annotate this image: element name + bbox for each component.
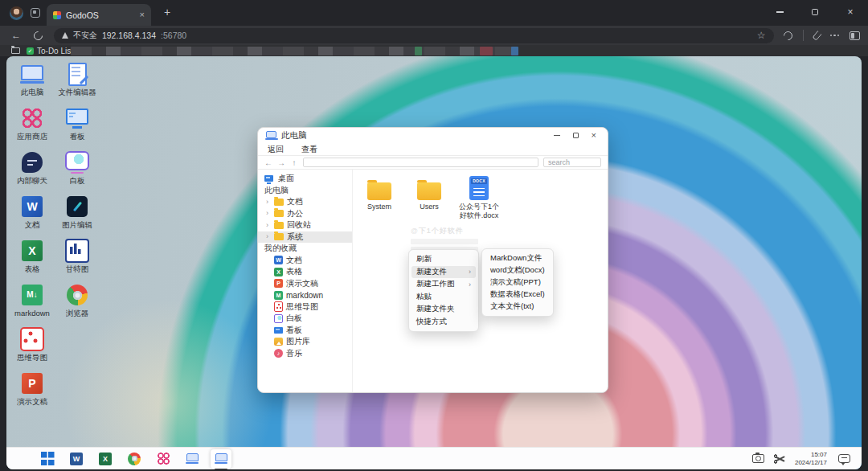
sidebar-item-desktop[interactable]: 桌面 — [258, 173, 352, 185]
sidebar-label: markdown — [286, 291, 323, 300]
explorer-content[interactable]: System Users 公众号下1个好软件.docx — [353, 170, 608, 392]
minimize-button[interactable] — [762, 0, 797, 24]
sidebar-favorite-item[interactable]: 白板 — [258, 313, 352, 325]
desktop-icon[interactable]: 白板 — [55, 149, 100, 193]
app-icon — [63, 150, 91, 174]
sidebar-favorite-item[interactable]: 表格 — [258, 266, 352, 278]
restore-button[interactable] — [797, 0, 833, 24]
chevron-right-icon[interactable]: › — [266, 210, 271, 217]
submenu-item[interactable]: 文本文件(txt) — [485, 301, 551, 313]
desktop-icon-label: 表格 — [25, 264, 40, 275]
back-icon[interactable]: ← — [11, 30, 21, 41]
chevron-right-icon[interactable]: › — [266, 233, 271, 240]
sidebar-panel-icon[interactable] — [850, 31, 860, 40]
sidebar-favorite-item[interactable]: 文档 — [258, 255, 352, 267]
sidebar-favorite-item[interactable]: 演示文稿 — [258, 278, 352, 290]
submenu-item[interactable]: 演示文稿(PPT) — [485, 276, 551, 289]
circular-arrow-icon[interactable] — [781, 29, 794, 42]
desktop-icon[interactable]: 表格 — [10, 237, 55, 281]
desktop-icon[interactable]: 文档 — [10, 193, 55, 237]
bookmarks-folder-icon[interactable] — [11, 47, 20, 54]
tab-close-icon[interactable]: × — [140, 10, 145, 19]
file-item[interactable]: System — [358, 174, 401, 211]
security-label[interactable]: 不安全 — [73, 30, 97, 41]
screenshot-camera-icon[interactable] — [752, 454, 764, 463]
file-item[interactable]: 公众号下1个好软件.docx — [457, 174, 501, 220]
favorite-star-icon[interactable]: ☆ — [757, 30, 766, 41]
chevron-right-icon[interactable]: › — [266, 222, 271, 229]
explorer-close-icon[interactable]: × — [592, 131, 596, 140]
submenu-item[interactable]: 数据表格(Excel) — [485, 289, 551, 301]
taskbar-app[interactable] — [153, 449, 174, 469]
taskbar-app[interactable] — [95, 449, 116, 469]
taskbar-app[interactable] — [211, 449, 231, 469]
desktop-icon[interactable]: markdown — [10, 281, 55, 326]
chevron-right-icon[interactable]: › — [266, 199, 271, 206]
explorer-search-input[interactable] — [543, 158, 601, 167]
desktop-icon[interactable]: 思维导图 — [10, 326, 55, 370]
file-name: 公众号下1个好软件.docx — [457, 203, 501, 220]
context-menu-item-label: 粘贴 — [416, 292, 471, 302]
nav-up-icon[interactable]: ↑ — [290, 158, 298, 167]
desktop-icon[interactable]: 甘特图 — [55, 237, 100, 281]
context-menu-item[interactable]: 新建工作图 › — [411, 278, 476, 291]
sidebar-folder-item[interactable]: › 系统 — [258, 231, 352, 244]
sidebar-favorite-item[interactable]: 思维导图 — [258, 301, 352, 313]
sidebar-folder-item[interactable]: › 办公 — [258, 208, 352, 220]
browser-tab[interactable]: GodoOS × — [47, 4, 151, 26]
sidebar-folder-item[interactable]: › 文档 — [258, 196, 352, 208]
context-submenu: MarkDown文件 word文档(Docx) 演示文稿(PPT) 数据表格(E… — [481, 248, 554, 317]
context-menu-item[interactable]: 粘贴 — [411, 291, 476, 304]
sidebar-favorite-item[interactable]: 音乐 — [258, 348, 352, 360]
nav-back-icon[interactable]: ← — [264, 158, 272, 167]
desktop-icon[interactable]: 内部聊天 — [10, 149, 55, 193]
workspaces-icon[interactable] — [31, 8, 40, 18]
menu-back[interactable]: 返回 — [268, 144, 284, 155]
scissors-icon[interactable] — [774, 454, 785, 464]
submenu-item[interactable]: word文档(Docx) — [485, 264, 551, 276]
new-tab-button[interactable]: + — [161, 6, 174, 19]
menu-view[interactable]: 查看 — [301, 144, 317, 155]
sidebar-favorite-item[interactable]: 图片库 — [258, 336, 352, 348]
desktop-icon[interactable]: 看板 — [55, 104, 100, 149]
explorer-minimize-icon[interactable] — [554, 135, 560, 136]
context-menu-item[interactable]: 刷新 — [411, 253, 476, 266]
taskbar-app[interactable] — [66, 449, 87, 469]
desktop-icon[interactable]: 图片编辑 — [55, 193, 100, 237]
context-menu-item[interactable]: 新建文件 › — [411, 266, 476, 279]
file-item[interactable]: Users — [401, 174, 457, 211]
taskbar-app[interactable] — [124, 449, 145, 469]
explorer-maximize-icon[interactable] — [573, 133, 579, 138]
explorer-titlebar[interactable]: 此电脑 × — [258, 128, 608, 143]
address-bar[interactable]: 不安全 192.168.4.134 :56780 ☆ — [54, 28, 774, 43]
bookmark-todo-list[interactable]: To-Do List — [37, 47, 73, 55]
desktop-icon[interactable]: 文件编辑器 — [55, 60, 100, 104]
explorer-path-input[interactable] — [303, 158, 538, 167]
more-menu-icon[interactable] — [830, 35, 840, 37]
sidebar-folder-item[interactable]: › 回收站 — [258, 219, 352, 231]
context-menu-item-label: 新建工作图 — [416, 279, 469, 289]
sidebar-favorite-item[interactable]: 看板 — [258, 325, 352, 337]
desktop-icon[interactable]: 此电脑 — [10, 60, 55, 104]
taskbar-app[interactable] — [37, 449, 58, 469]
profile-avatar[interactable] — [10, 6, 23, 20]
desktop-icon[interactable]: 演示文稿 — [10, 370, 55, 414]
taskbar-app[interactable] — [182, 449, 203, 469]
app-icon — [18, 150, 46, 174]
context-menu-item[interactable]: 新建文件夹 — [411, 303, 476, 316]
sidebar-favorite-item[interactable]: markdown — [258, 289, 352, 301]
nav-forward-icon[interactable]: → — [277, 158, 285, 167]
submenu-item[interactable]: MarkDown文件 — [485, 252, 551, 264]
url-host[interactable]: 192.168.4.134 — [102, 31, 156, 40]
context-menu-item[interactable]: 快捷方式 — [411, 316, 476, 329]
chat-bubble-icon[interactable] — [838, 454, 850, 463]
close-button[interactable]: × — [833, 0, 868, 24]
desktop-icon[interactable]: 浏览器 — [55, 281, 100, 326]
taskbar-clock[interactable]: 15:07 2024/12/17 — [795, 451, 827, 467]
sidebar-header-thispc: 此电脑 — [258, 185, 352, 197]
desktop-icon[interactable]: 应用商店 — [10, 104, 55, 149]
refresh-icon[interactable] — [32, 29, 44, 41]
paperclip-icon[interactable] — [812, 31, 821, 41]
sidebar-label: 思维导图 — [286, 301, 318, 313]
url-port[interactable]: :56780 — [161, 31, 186, 40]
